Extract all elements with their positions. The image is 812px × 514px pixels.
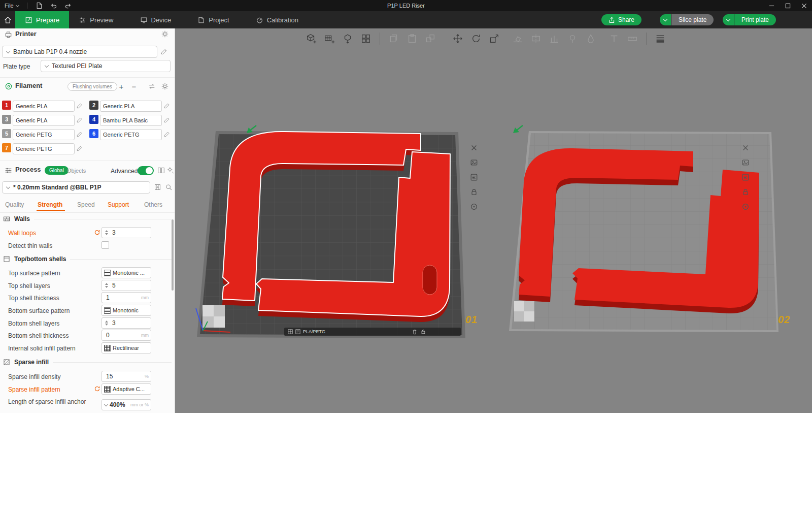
minimize-icon[interactable] bbox=[763, 0, 780, 11]
filament-7-name[interactable]: Generic PETG bbox=[13, 143, 75, 154]
filament-2-badge[interactable]: 2 bbox=[89, 101, 98, 110]
detect-thin-walls-checkbox[interactable] bbox=[101, 241, 109, 249]
add-object-icon[interactable] bbox=[304, 32, 318, 45]
compare-presets-icon[interactable] bbox=[157, 167, 165, 174]
sparse-anchor-select[interactable]: 400% mm or % bbox=[101, 399, 151, 410]
printer-settings-gear-icon[interactable] bbox=[161, 30, 169, 38]
filament-4-name[interactable]: Bambu PLA Basic bbox=[100, 115, 162, 126]
print-dropdown-icon[interactable] bbox=[723, 14, 734, 25]
rotate-icon[interactable] bbox=[469, 32, 483, 45]
spinner-arrows[interactable] bbox=[103, 320, 110, 326]
filament-1-badge[interactable]: 1 bbox=[2, 101, 11, 110]
scale-icon[interactable] bbox=[488, 32, 501, 45]
plate2-number-label[interactable]: 02 bbox=[778, 314, 790, 326]
new-project-icon[interactable] bbox=[36, 2, 43, 9]
paste-icon[interactable] bbox=[405, 32, 419, 45]
plate-preview-icon[interactable] bbox=[468, 157, 480, 168]
shells-group-header[interactable]: Top/bottom shells bbox=[3, 255, 172, 263]
redo-icon[interactable] bbox=[64, 2, 72, 9]
home-icon[interactable] bbox=[0, 11, 15, 28]
plate-handle-arrow-icon[interactable] bbox=[513, 125, 523, 133]
share-button[interactable]: Share bbox=[601, 14, 641, 25]
filament-6-badge[interactable]: 6 bbox=[89, 129, 98, 138]
tab-calibration[interactable]: Calibration bbox=[246, 11, 308, 28]
tab-prepare[interactable]: Prepare bbox=[15, 11, 69, 28]
spinner-arrows[interactable] bbox=[103, 230, 110, 235]
undo-icon[interactable] bbox=[50, 2, 57, 9]
copy-icon[interactable] bbox=[387, 32, 400, 45]
arrange-plate-icon[interactable] bbox=[740, 201, 751, 212]
filament-3-badge[interactable]: 3 bbox=[2, 115, 11, 124]
plate-settings-icon[interactable] bbox=[740, 172, 751, 183]
plate1-name-tag[interactable]: PLA/PETG bbox=[284, 328, 461, 336]
top-shell-thickness-input[interactable]: 1 mm bbox=[101, 292, 151, 303]
plate-preview-icon[interactable] bbox=[740, 157, 751, 168]
arrange-plate-icon[interactable] bbox=[468, 201, 480, 212]
auto-orient-icon[interactable] bbox=[341, 32, 354, 45]
filament-5-name[interactable]: Generic PETG bbox=[13, 129, 75, 140]
lay-flat-icon[interactable] bbox=[511, 32, 524, 45]
process-tab-speed[interactable]: Speed bbox=[77, 201, 95, 208]
process-tab-quality[interactable]: Quality bbox=[5, 201, 24, 208]
seam-paint-icon[interactable] bbox=[566, 32, 579, 45]
sidebar-scrollbar[interactable] bbox=[172, 219, 174, 291]
add-plate-icon[interactable] bbox=[323, 32, 336, 45]
process-tab-support[interactable]: Support bbox=[108, 201, 129, 208]
filament-5-badge[interactable]: 5 bbox=[2, 129, 11, 138]
close-icon[interactable] bbox=[796, 0, 812, 11]
plate-settings-icon[interactable] bbox=[468, 172, 480, 183]
sparse-infill-density-input[interactable]: 15 % bbox=[101, 371, 151, 382]
top-shell-layers-input[interactable]: 5 bbox=[101, 280, 151, 291]
tab-project[interactable]: Project bbox=[188, 11, 239, 28]
printer-preset-dropdown[interactable]: Bambu Lab P1P 0.4 nozzle bbox=[2, 46, 157, 58]
arrange-icon[interactable] bbox=[359, 32, 373, 45]
filament-1-name[interactable]: Generic PLA bbox=[13, 101, 75, 112]
remove-filament-button[interactable]: − bbox=[129, 82, 139, 91]
measure-icon[interactable] bbox=[626, 32, 639, 45]
move-icon[interactable] bbox=[451, 32, 464, 45]
delete-plate-icon[interactable] bbox=[740, 142, 751, 153]
sparse-infill-pattern-select[interactable]: Adaptive C... bbox=[101, 383, 151, 395]
filament-2-name[interactable]: Generic PLA bbox=[100, 101, 162, 112]
edit-filament-2-icon[interactable] bbox=[163, 102, 171, 109]
plate-type-dropdown[interactable]: Textured PEI Plate bbox=[41, 60, 171, 72]
walls-group-header[interactable]: Walls bbox=[3, 215, 172, 222]
sparse-infill-group-header[interactable]: Sparse infill bbox=[3, 359, 172, 366]
edit-filament-7-icon[interactable] bbox=[76, 145, 83, 152]
spinner-arrows[interactable] bbox=[103, 283, 110, 288]
save-preset-icon[interactable] bbox=[154, 183, 161, 191]
slice-dropdown-icon[interactable] bbox=[660, 14, 671, 25]
file-menu[interactable]: File bbox=[5, 3, 19, 9]
trash-icon[interactable] bbox=[412, 329, 417, 335]
color-paint-icon[interactable] bbox=[584, 32, 597, 45]
advanced-toggle[interactable] bbox=[138, 166, 154, 175]
maximize-icon[interactable] bbox=[780, 0, 796, 11]
scope-objects-button[interactable]: Objects bbox=[67, 168, 86, 174]
tab-preview[interactable]: Preview bbox=[69, 11, 123, 28]
flushing-volumes-button[interactable]: Flushing volumes bbox=[67, 82, 117, 91]
lock-plate-icon[interactable] bbox=[740, 186, 751, 198]
wall-loops-input[interactable]: 3 bbox=[101, 227, 151, 238]
support-paint-icon[interactable] bbox=[548, 32, 561, 45]
bottom-shell-layers-input[interactable]: 3 bbox=[101, 317, 151, 329]
scene-canvas[interactable] bbox=[175, 28, 812, 413]
reset-setting-icon[interactable] bbox=[94, 229, 100, 236]
process-preset-dropdown[interactable]: * 0.20mm Standard @BBL P1P bbox=[2, 181, 150, 194]
bottom-surface-pattern-select[interactable]: Monotonic bbox=[101, 305, 151, 316]
text-tool-icon[interactable] bbox=[607, 32, 621, 45]
delete-plate-icon[interactable] bbox=[468, 142, 480, 153]
edit-filament-1-icon[interactable] bbox=[76, 102, 83, 109]
edit-filament-3-icon[interactable] bbox=[76, 116, 83, 123]
slice-plate-button[interactable]: Slice plate bbox=[671, 14, 714, 25]
clone-icon[interactable] bbox=[424, 32, 437, 45]
internal-solid-infill-pattern-select[interactable]: Rectilinear bbox=[101, 342, 151, 354]
edit-printer-icon[interactable] bbox=[160, 48, 168, 55]
viewport-3d[interactable]: 01 02 PLA/PETG bbox=[175, 28, 812, 413]
filament-7-badge[interactable]: 7 bbox=[2, 143, 11, 152]
process-tab-others[interactable]: Others bbox=[144, 201, 162, 208]
search-icon[interactable] bbox=[165, 183, 173, 191]
filament-6-name[interactable]: Generic PETG bbox=[100, 129, 162, 140]
sync-filament-icon[interactable] bbox=[148, 82, 156, 90]
edit-filament-4-icon[interactable] bbox=[163, 116, 171, 123]
reset-setting-icon[interactable] bbox=[94, 385, 100, 392]
